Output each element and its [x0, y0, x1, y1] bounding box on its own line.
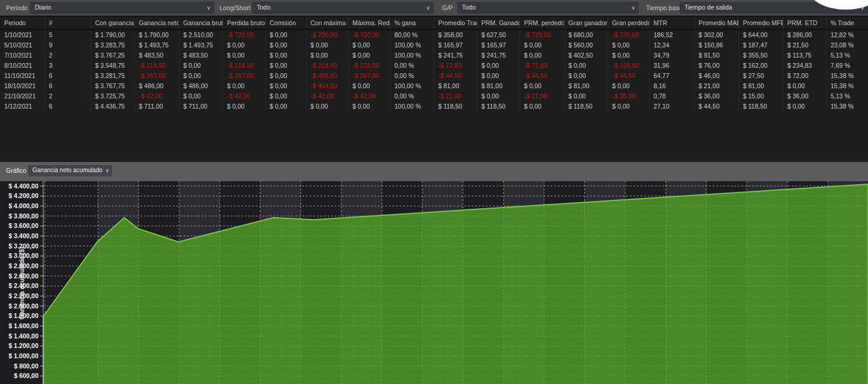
table-cell: $ 0,00 — [519, 40, 564, 50]
table-cell: $ 21,00 — [694, 80, 738, 91]
table-cell: $ 286,00 — [783, 29, 826, 40]
column-header[interactable]: Gran perdedor — [608, 17, 649, 29]
cumulative-profit-chart-svg: $ 4.400,00$ 4.200,00$ 4.000,00$ 3.800,00… — [0, 181, 868, 384]
table-cell: $ 0,00 — [348, 80, 390, 91]
table-row[interactable]: 18/10/20216$ 3.767,75$ 486,00$ 486,00$ 0… — [0, 80, 868, 91]
chart-type-dropdown-value: Ganancia neto acumulado — [32, 167, 103, 173]
table-cell: 12,82 % — [826, 29, 868, 40]
table-cell: $ 358,00 — [434, 29, 477, 40]
periodo-dropdown[interactable]: Diario ∨ — [30, 2, 214, 14]
y-axis-tick-label: $ 600,00 — [14, 372, 38, 379]
longshort-dropdown[interactable]: Todo ∨ — [252, 2, 434, 14]
table-cell: 6 — [44, 101, 91, 111]
table-cell: -$ 21,00 — [434, 91, 477, 101]
table-cell: -$ 42,00 — [134, 91, 179, 101]
column-header[interactable]: Promedio MFE — [738, 17, 783, 29]
longshort-label: Long/Short — [220, 0, 250, 16]
y-axis-tick-label: $ 3.800,00 — [8, 212, 38, 220]
table-row[interactable]: 1/10/20215$ 1.790,00$ 1.790,00$ 2.510,00… — [0, 29, 868, 40]
table-cell: $ 81,00 — [738, 80, 783, 91]
table-cell: $ 0,00 — [348, 40, 390, 50]
tiempo-base-dropdown-value: Tiempo de salida — [684, 4, 732, 11]
column-header[interactable]: Ganancia neto — [134, 17, 179, 29]
column-header[interactable]: Gran ganador — [564, 17, 608, 29]
table-cell: -$ 485,50 — [306, 70, 348, 80]
table-cell: 1/10/2021 — [0, 29, 44, 40]
table-cell: 15,38 % — [826, 80, 868, 91]
y-axis-tick-label: $ 4.000,00 — [8, 202, 38, 209]
table-cell: -$ 218,50 — [348, 60, 390, 70]
column-header[interactable]: Promedio Trad — [434, 17, 477, 29]
column-header[interactable]: PRM. perdedor — [519, 17, 564, 29]
table-cell: 31,96 — [649, 60, 694, 70]
table-cell: $ 1.493,75 — [134, 40, 179, 50]
table-cell: 5,13 % — [826, 91, 868, 101]
table-row[interactable]: 21/10/20212$ 3.725,75-$ 42,00$ 0,00-$ 42… — [0, 91, 868, 101]
table-cell: 27,10 — [649, 101, 694, 111]
table-cell: 8,16 — [649, 80, 694, 91]
table-cell: 0,00 % — [390, 91, 434, 101]
column-header[interactable]: Perdida bruto — [223, 17, 265, 29]
y-axis-tick-label: $ 1.400,00 — [8, 332, 38, 340]
table-cell: $ 0,00 — [519, 50, 564, 60]
chevron-down-icon: ∨ — [426, 2, 430, 14]
table-cell: 7/10/2021 — [0, 50, 44, 60]
table-cell: -$ 44,50 — [519, 70, 564, 80]
series-area-fill — [43, 184, 868, 384]
column-header[interactable]: Comisión — [265, 17, 306, 29]
table-cell: 15,38 % — [826, 70, 868, 80]
table-cell: $ 81,00 — [434, 80, 477, 91]
chart-type-dropdown[interactable]: Ganancia neto acumulado ∨ — [28, 165, 112, 176]
table-cell: -$ 72,83 — [519, 60, 564, 70]
column-header[interactable]: Periodo — [0, 17, 44, 29]
column-header[interactable]: PRM. Ganador — [477, 17, 519, 29]
table-cell: $ 483,50 — [134, 50, 179, 60]
table-cell: $ 165,97 — [434, 40, 477, 50]
y-axis-tick-label: $ 3.400,00 — [8, 232, 38, 239]
table-cell: 8/10/2021 — [0, 60, 44, 70]
column-header[interactable]: % Trade — [826, 17, 868, 29]
table-cell: $ 0,00 — [223, 101, 265, 111]
table-cell: $ 81,00 — [564, 80, 608, 91]
column-header[interactable]: PRM. ETD — [783, 17, 826, 29]
y-axis: $ 4.400,00$ 4.200,00$ 4.000,00$ 3.800,00… — [8, 181, 43, 384]
table-cell: $ 0,00 — [348, 101, 390, 111]
table-cell: $ 150,86 — [694, 40, 738, 50]
table-cell: 100,00 % — [390, 80, 434, 91]
table-cell: -$ 720,00 — [608, 29, 649, 40]
table-cell: $ 165,97 — [477, 40, 519, 50]
table-row[interactable]: 7/10/20212$ 3.767,25$ 483,50$ 483,50$ 0,… — [0, 50, 868, 60]
column-header[interactable]: Con ganancia r — [91, 17, 134, 29]
column-header[interactable]: Máxima. Reduc — [348, 17, 390, 29]
table-cell: $ 76,00 — [694, 60, 738, 70]
table-cell: $ 241,75 — [434, 50, 477, 60]
table-cell: $ 72,00 — [783, 70, 826, 80]
table-row[interactable]: 1/12/20216$ 4.436,75$ 711,00$ 711,00$ 0,… — [0, 101, 868, 111]
table-cell: $ 627,50 — [477, 29, 519, 40]
gp-dropdown[interactable]: Todo ∨ — [457, 2, 639, 14]
table-cell: 64,77 — [649, 70, 694, 80]
table-cell: -$ 21,00 — [519, 91, 564, 101]
column-header[interactable]: % gana — [390, 17, 434, 29]
table-cell: $ 3.548,75 — [91, 60, 134, 70]
table-cell: $ 560,00 — [564, 40, 608, 50]
column-header[interactable]: Promedio MAE — [694, 17, 738, 29]
table-cell: $ 0,00 — [265, 101, 306, 111]
table-cell: $ 0,00 — [783, 101, 826, 111]
table-row[interactable]: 5/10/20219$ 3.283,75$ 1.493,75$ 1.493,75… — [0, 40, 868, 50]
table-cell: $ 0,00 — [608, 80, 649, 91]
table-cell: $ 0,00 — [306, 101, 348, 111]
table-row[interactable]: 8/10/20213$ 3.548,75-$ 218,50$ 0,00-$ 21… — [0, 60, 868, 70]
column-header[interactable]: Con máxima re — [306, 17, 348, 29]
table-cell: $ 0,00 — [519, 80, 564, 91]
table-cell: 1/12/2021 — [0, 101, 44, 111]
table-cell: $ 1.493,75 — [179, 40, 223, 50]
table-row[interactable]: 11/10/20216$ 3.281,75-$ 267,00$ 0,00-$ 2… — [0, 70, 868, 80]
column-header[interactable]: Ganancia bruto — [179, 17, 223, 29]
table-cell: $ 355,50 — [738, 50, 783, 60]
table-cell: $ 241,75 — [477, 50, 519, 60]
table-cell: $ 0,00 — [477, 91, 519, 101]
column-header[interactable]: MTR — [649, 17, 694, 29]
column-header[interactable]: # — [44, 17, 91, 29]
table-cell: 0,78 — [649, 91, 694, 101]
